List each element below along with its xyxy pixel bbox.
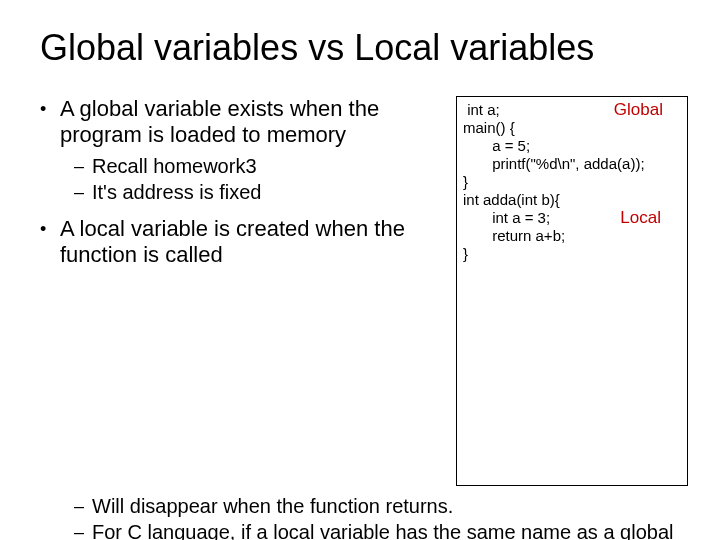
bullet-text: A local variable is created when the fun…: [60, 216, 444, 268]
dash-icon: –: [74, 494, 92, 518]
bullet-local-var: • A local variable is created when the f…: [40, 216, 444, 268]
subbullet-address-fixed: – It's address is fixed: [74, 180, 444, 204]
slide-body: • A global variable exists when the prog…: [40, 96, 688, 486]
dash-icon: –: [74, 154, 92, 178]
subbullet-text: For C language, if a local variable has …: [92, 520, 688, 540]
bottom-bullets: – Will disappear when the function retur…: [40, 494, 688, 540]
subbullet-recall-homework: – Recall homework3: [74, 154, 444, 178]
dash-icon: –: [74, 180, 92, 204]
right-column: int a; main() { a = 5; printf("%d\n", ad…: [456, 96, 688, 486]
code-text: int a; main() { a = 5; printf("%d\n", ad…: [463, 101, 645, 262]
subbullet-text: Recall homework3: [92, 154, 257, 178]
bullet-dot-icon: •: [40, 96, 60, 148]
code-example-box: int a; main() { a = 5; printf("%d\n", ad…: [456, 96, 688, 486]
slide: Global variables vs Local variables • A …: [0, 0, 720, 540]
label-global: Global: [614, 101, 663, 119]
label-local: Local: [620, 209, 661, 227]
bullet-text: A global variable exists when the progra…: [60, 96, 444, 148]
dash-icon: –: [74, 520, 92, 540]
bullet-global-var: • A global variable exists when the prog…: [40, 96, 444, 148]
subbullet-text: Will disappear when the function returns…: [92, 494, 453, 518]
bullet-dot-icon: •: [40, 216, 60, 268]
subbullet-will-disappear: – Will disappear when the function retur…: [74, 494, 688, 518]
left-column: • A global variable exists when the prog…: [40, 96, 456, 486]
subbullet-text: It's address is fixed: [92, 180, 261, 204]
slide-title: Global variables vs Local variables: [40, 28, 688, 68]
subbullet-c-language: – For C language, if a local variable ha…: [74, 520, 688, 540]
